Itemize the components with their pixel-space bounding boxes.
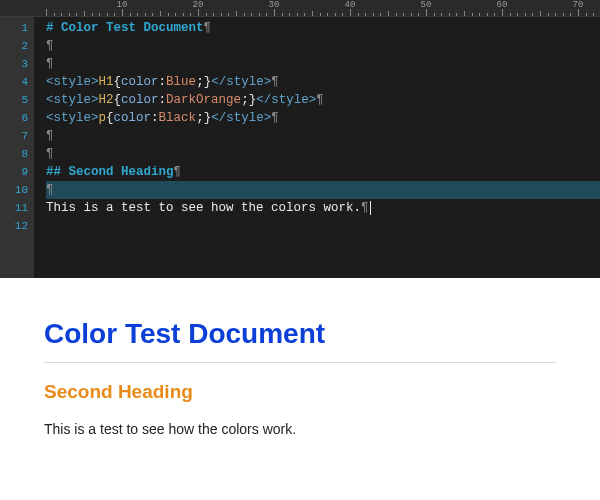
ruler-label: 40 xyxy=(345,0,356,10)
ruler-label: 30 xyxy=(269,0,280,10)
line-number: 4 xyxy=(0,73,28,91)
ruler-label: 60 xyxy=(497,0,508,10)
code-line[interactable]: ¶ xyxy=(46,145,600,163)
preview-h2: Second Heading xyxy=(44,381,556,403)
ruler-label: 50 xyxy=(421,0,432,10)
preview-rule xyxy=(44,362,556,363)
line-number: 10 xyxy=(0,181,28,199)
code-line[interactable]: ¶ xyxy=(46,37,600,55)
line-number: 5 xyxy=(0,91,28,109)
horizontal-ruler: 10203040506070 xyxy=(0,0,600,17)
code-line[interactable]: This is a test to see how the colors wor… xyxy=(46,199,600,217)
line-number: 9 xyxy=(0,163,28,181)
code-line[interactable]: <style>H2{color:DarkOrange;}</style>¶ xyxy=(46,91,600,109)
code-line[interactable]: <style>p{color:Black;}</style>¶ xyxy=(46,109,600,127)
code-line[interactable]: ## Second Heading¶ xyxy=(46,163,600,181)
code-area[interactable]: # Color Test Document¶¶¶<style>H1{color:… xyxy=(34,17,600,278)
line-number: 8 xyxy=(0,145,28,163)
code-line[interactable]: # Color Test Document¶ xyxy=(46,19,600,37)
line-number: 11 xyxy=(0,199,28,217)
preview-pane: Color Test Document Second Heading This … xyxy=(0,278,600,500)
code-line[interactable]: ¶ xyxy=(46,55,600,73)
preview-h1: Color Test Document xyxy=(44,318,556,350)
code-editor: 10203040506070 123456789101112 # Color T… xyxy=(0,0,600,278)
ruler-label: 70 xyxy=(573,0,584,10)
code-line[interactable]: ¶ xyxy=(46,127,600,145)
line-number: 3 xyxy=(0,55,28,73)
editor-body: 123456789101112 # Color Test Document¶¶¶… xyxy=(0,17,600,278)
preview-paragraph: This is a test to see how the colors wor… xyxy=(44,421,556,437)
line-number: 2 xyxy=(0,37,28,55)
line-number-gutter: 123456789101112 xyxy=(0,17,34,278)
ruler-track: 10203040506070 xyxy=(46,0,600,16)
line-number: 6 xyxy=(0,109,28,127)
line-number: 12 xyxy=(0,217,28,235)
line-number: 1 xyxy=(0,19,28,37)
code-line[interactable]: <style>H1{color:Blue;}</style>¶ xyxy=(46,73,600,91)
code-line[interactable] xyxy=(46,217,600,235)
line-number: 7 xyxy=(0,127,28,145)
text-cursor xyxy=(370,201,371,215)
ruler-label: 10 xyxy=(117,0,128,10)
ruler-label: 20 xyxy=(193,0,204,10)
code-line[interactable]: ¶ xyxy=(46,181,600,199)
